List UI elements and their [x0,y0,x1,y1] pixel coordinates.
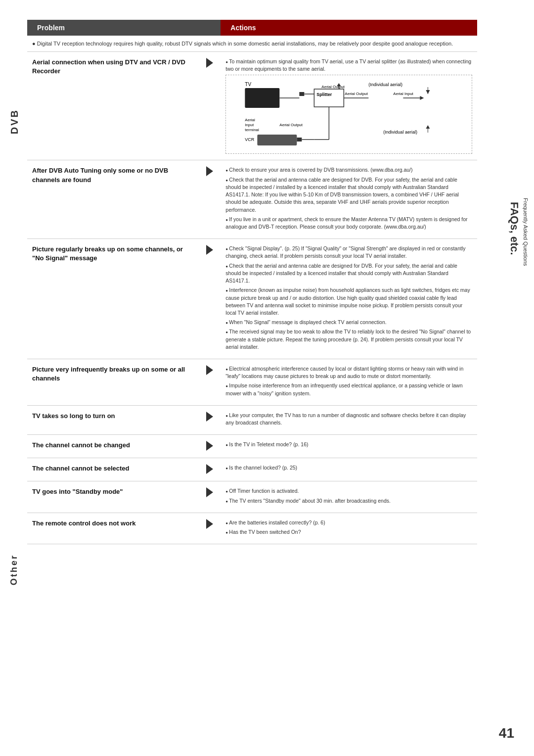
action-text: Impulse noise interference from an infre… [225,382,472,397]
svg-text:Splitter: Splitter [317,92,333,97]
svg-text:(Individual aerial): (Individual aerial) [369,82,403,87]
svg-marker-17 [420,96,424,100]
problem-cell: The channel cannot be changed [27,435,198,458]
faq-table: Problem Actions ● Digital TV reception t… [27,20,477,544]
table-row: Picture very infrequently breaks up on s… [27,359,477,406]
action-text: Check "Signal Display". (p. 25) If "Sign… [225,245,472,260]
problem-cell: Aerial connection when using DTV and VCR… [27,52,198,160]
page-number: 41 [499,725,514,741]
svg-rect-24 [297,138,302,142]
arrow-icon [206,166,213,176]
actions-cell: Is the TV in Teletext mode? (p. 16) [221,435,477,458]
action-text: Like your computer, the TV has to run a … [225,412,472,426]
action-text: Check that the aerial and antenna cable … [225,262,472,285]
svg-rect-6 [300,92,305,96]
intro-row: ● Digital TV reception technology requir… [27,36,477,52]
action-text: Has the TV been switched On? [225,528,472,536]
arrow-icon [206,245,213,255]
page-wrapper: DVB Other Frequently Asked Questions FAQ… [0,0,534,756]
svg-text:Aerial Input: Aerial Input [394,92,414,96]
arrow-cell [198,359,221,406]
problem-title: The channel cannot be changed [32,441,193,450]
action-text: Check that the aerial and antenna cable … [225,176,472,214]
dvb-side-label: DVB [9,109,20,134]
action-text: Is the channel locked? (p. 25) [225,464,472,472]
actions-cell: Are the batteries installed correctly? (… [221,513,477,544]
table-row: TV goes into "Standby mode" Off Timer fu… [27,481,477,513]
action-text: Off Timer function is activated. [225,487,472,495]
problem-title: Picture very infrequently breaks up on s… [32,365,193,383]
actions-header: Actions [221,20,477,36]
main-content: Problem Actions ● Digital TV reception t… [27,20,507,544]
problem-title: The channel cannot be selected [32,464,193,473]
svg-text:Input: Input [245,123,255,127]
action-text: Is the TV in Teletext mode? (p. 16) [225,441,472,448]
svg-marker-4 [426,90,430,94]
problem-cell: Picture regularly breaks up on some chan… [27,239,198,359]
table-row: Picture regularly breaks up on some chan… [27,239,477,359]
problem-title: The remote control does not work [32,519,193,528]
svg-rect-1 [245,88,280,108]
action-text: Check to ensure your area is covered by … [225,166,472,174]
table-row: The channel cannot be selected Is the ch… [27,458,477,481]
arrow-cell [198,481,221,513]
aerial-diagram: TV (Individual aerial) [225,75,472,154]
actions-cell: Like your computer, the TV has to run a … [221,405,477,434]
svg-rect-23 [258,135,297,145]
table-row: After DVB Auto Tuning only some or no DV… [27,160,477,239]
problem-header: Problem [27,20,221,36]
arrow-cell [198,458,221,481]
action-text: The TV enters "Standby mode" about 30 mi… [225,497,472,505]
actions-cell: Off Timer function is activated. The TV … [221,481,477,513]
svg-text:Aerial Output: Aerial Output [322,85,345,89]
svg-text:terminal: terminal [245,128,260,132]
problem-title: Aerial connection when using DTV and VCR… [32,58,193,76]
problem-cell: TV goes into "Standby mode" [27,481,198,513]
arrow-cell [198,513,221,544]
problem-cell: The remote control does not work [27,513,198,544]
action-text: Electrical atmospheric interference caus… [225,365,472,380]
arrow-icon [206,365,213,375]
arrow-cell [198,405,221,434]
table-row: TV takes so long to turn on Like your co… [27,405,477,434]
actions-cell: Is the channel locked? (p. 25) [221,458,477,481]
arrow-icon [206,441,213,451]
action-text: Are the batteries installed correctly? (… [225,519,472,526]
aerial-diagram-svg: TV (Individual aerial) [230,79,468,148]
table-row: The remote control does not work Are the… [27,513,477,544]
actions-cell: Electrical atmospheric interference caus… [221,359,477,406]
problem-cell: After DVB Auto Tuning only some or no DV… [27,160,198,239]
table-row: Aerial connection when using DTV and VCR… [27,52,477,160]
action-text: If you live in a unit or apartment, chec… [225,216,472,231]
problem-title: Picture regularly breaks up on some chan… [32,245,193,263]
other-side-label: Other [9,554,19,585]
arrow-cell [198,160,221,239]
svg-text:Aerial: Aerial [245,118,256,122]
svg-text:Aerial Output: Aerial Output [345,92,368,96]
problem-title: TV goes into "Standby mode" [32,487,193,496]
table-row: The channel cannot be changed Is the TV … [27,435,477,458]
problem-cell: TV takes so long to turn on [27,405,198,434]
svg-text:TV: TV [245,82,252,87]
actions-cell: Check to ensure your area is covered by … [221,160,477,239]
svg-marker-30 [426,125,430,129]
arrow-icon [206,412,213,422]
problem-title: After DVB Auto Tuning only some or no DV… [32,166,193,184]
arrow-cell [198,435,221,458]
arrow-icon [206,464,213,474]
svg-text:(Individual aerial): (Individual aerial) [384,130,418,135]
frequently-asked-label: Frequently Asked Questions [522,198,529,266]
problem-title: TV takes so long to turn on [32,412,193,421]
arrow-icon [206,519,213,529]
action-text: To maintain optimum signal quality from … [225,58,472,73]
actions-cell: To maintain optimum signal quality from … [221,52,477,160]
action-text: When "No Signal" message is displayed ch… [225,319,472,326]
intro-text: ● Digital TV reception technology requir… [27,36,477,52]
svg-text:Aerial Output: Aerial Output [280,123,303,127]
actions-cell: Check "Signal Display". (p. 25) If "Sign… [221,239,477,359]
action-text: The received signal may be too weak to a… [225,328,472,351]
arrow-cell [198,239,221,359]
faqs-side-label: Frequently Asked Questions FAQs, etc. [506,198,529,266]
arrow-cell [198,52,221,160]
svg-text:VCR: VCR [245,137,255,142]
